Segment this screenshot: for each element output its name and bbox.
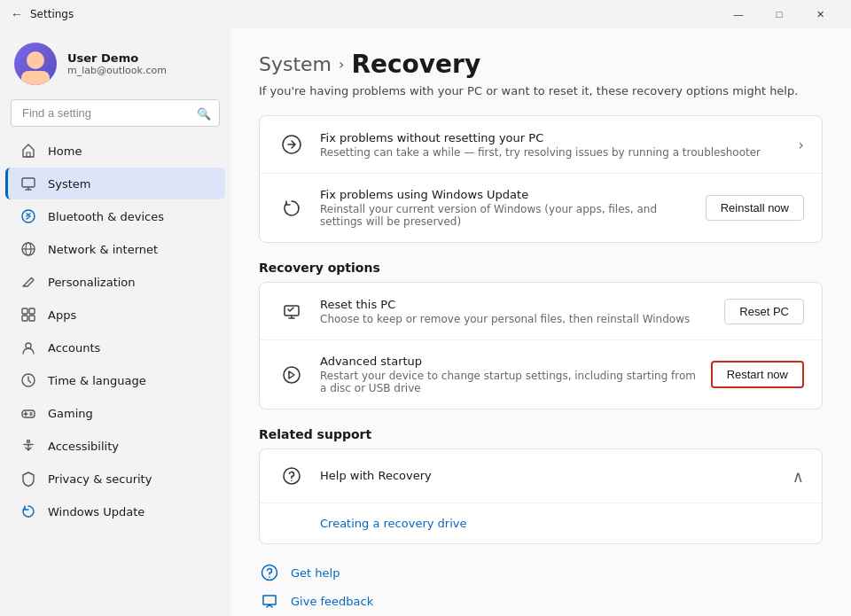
system-nav-icon — [20, 175, 37, 192]
help-header-left: Help with Recovery — [277, 462, 432, 490]
fix-reset-text: Fix problems without resetting your PC R… — [320, 131, 785, 159]
user-email: m_lab@outlook.com — [67, 65, 167, 76]
accessibility-nav-icon — [20, 437, 37, 455]
maximize-button[interactable]: □ — [759, 0, 800, 28]
time-nav-icon — [20, 371, 37, 389]
give-feedback-item: Give feedback — [259, 590, 823, 612]
personalization-nav-icon — [20, 273, 37, 291]
reset-pc-icon — [277, 297, 306, 325]
reinstall-now-button[interactable]: Reinstall now — [706, 195, 804, 221]
sidebar-item-gaming[interactable]: Gaming — [5, 397, 225, 429]
sidebar-item-label-bluetooth: Bluetooth & devices — [48, 210, 164, 223]
get-help-icon — [259, 562, 280, 583]
advanced-startup-title: Advanced startup — [320, 355, 697, 368]
svg-rect-8 — [29, 316, 35, 321]
sidebar-item-label-accessibility: Accessibility — [48, 440, 119, 453]
avatar — [14, 43, 57, 85]
advanced-startup-desc: Restart your device to change startup se… — [320, 370, 697, 394]
fix-reset-title: Fix problems without resetting your PC — [320, 131, 785, 144]
user-info: User Demo m_lab@outlook.com — [67, 51, 167, 76]
advanced-startup-text: Advanced startup Restart your device to … — [320, 355, 697, 394]
sidebar-item-home[interactable]: Home — [5, 135, 225, 167]
back-button[interactable]: ← — [11, 7, 23, 21]
sidebar-item-network[interactable]: Network & internet — [5, 233, 225, 265]
breadcrumb-parent: System — [259, 53, 332, 75]
update-nav-icon — [20, 503, 37, 520]
back-icon: ← — [11, 7, 23, 21]
sidebar-item-label-time: Time & language — [48, 374, 146, 387]
fix-update-icon — [277, 194, 306, 222]
avatar-inner — [14, 43, 57, 85]
sidebar-item-accessibility[interactable]: Accessibility — [5, 430, 225, 462]
sidebar-item-apps[interactable]: Apps — [5, 299, 225, 331]
svg-point-2 — [22, 210, 35, 222]
svg-point-15 — [284, 367, 300, 383]
sidebar-item-label-update: Windows Update — [48, 505, 144, 519]
fix-update-item: Fix problems using Windows Update Reinst… — [260, 174, 822, 242]
minimize-button[interactable]: — — [718, 0, 759, 28]
restart-now-button[interactable]: Restart now — [711, 361, 804, 388]
main-content: System › Recovery If you're having probl… — [230, 28, 851, 616]
svg-rect-6 — [29, 308, 35, 314]
fix-update-action[interactable]: Reinstall now — [706, 195, 804, 221]
sidebar-item-label-home: Home — [48, 144, 82, 158]
give-feedback-link[interactable]: Give feedback — [291, 595, 373, 608]
privacy-nav-icon — [20, 470, 37, 487]
svg-rect-0 — [27, 152, 30, 157]
creating-recovery-drive-link[interactable]: Creating a recovery drive — [320, 517, 466, 530]
svg-point-17 — [291, 480, 293, 482]
get-help-link[interactable]: Get help — [291, 566, 340, 580]
help-header: Help with Recovery ∧ — [260, 449, 822, 503]
search-input[interactable] — [11, 99, 220, 127]
breadcrumb-current: Recovery — [351, 50, 480, 79]
close-button[interactable]: ✕ — [800, 0, 840, 28]
sidebar-item-label-system: System — [48, 177, 90, 191]
app-body: User Demo m_lab@outlook.com 🔍 HomeSystem… — [0, 28, 851, 616]
gaming-nav-icon — [20, 404, 37, 422]
svg-rect-1 — [22, 178, 35, 187]
advanced-startup-action: Restart now — [711, 361, 804, 388]
home-nav-icon — [20, 142, 37, 160]
fix-reset-action: › — [799, 136, 804, 153]
advanced-startup-item: Advanced startup Restart your device to … — [260, 340, 822, 409]
avatar-head — [27, 51, 44, 69]
recovery-options-title: Recovery options — [259, 261, 823, 275]
sidebar-item-bluetooth[interactable]: Bluetooth & devices — [5, 200, 225, 232]
titlebar-left: ← Settings — [11, 7, 74, 21]
svg-rect-7 — [22, 316, 27, 321]
titlebar: ← Settings — □ ✕ — [0, 0, 851, 28]
sidebar-item-time[interactable]: Time & language — [5, 364, 225, 396]
recovery-options-card: Reset this PC Choose to keep or remove y… — [259, 282, 823, 409]
network-nav-icon — [20, 240, 37, 258]
get-help-item: Get help — [259, 562, 823, 583]
accounts-nav-icon — [20, 339, 37, 356]
sidebar-item-personalization[interactable]: Personalization — [5, 266, 225, 298]
reset-pc-title: Reset this PC — [320, 298, 710, 311]
sidebar-item-label-apps: Apps — [48, 308, 76, 322]
sidebar-item-accounts[interactable]: Accounts — [5, 331, 225, 363]
reset-pc-desc: Choose to keep or remove your personal f… — [320, 313, 710, 325]
search-box: 🔍 — [11, 99, 220, 127]
chevron-up-icon: ∧ — [792, 467, 804, 486]
user-profile: User Demo m_lab@outlook.com — [0, 28, 230, 96]
sidebar-item-system[interactable]: System — [5, 168, 225, 199]
related-support-title: Related support — [259, 427, 823, 441]
sidebar-item-label-gaming: Gaming — [48, 407, 93, 420]
sidebar-item-update[interactable]: Windows Update — [5, 495, 225, 527]
svg-point-12 — [27, 441, 30, 443]
user-name: User Demo — [67, 51, 167, 65]
reset-pc-action: Reset PC — [724, 299, 804, 324]
svg-point-19 — [269, 576, 270, 578]
svg-rect-14 — [285, 306, 299, 316]
sidebar-item-label-accounts: Accounts — [48, 341, 100, 355]
reset-pc-button[interactable]: Reset PC — [724, 299, 804, 324]
sidebar-item-privacy[interactable]: Privacy & security — [5, 463, 225, 495]
help-recovery-icon — [277, 462, 306, 490]
reset-pc-text: Reset this PC Choose to keep or remove y… — [320, 298, 710, 325]
fix-reset-desc: Resetting can take a while — first, try … — [320, 146, 785, 159]
sidebar-item-label-network: Network & internet — [48, 243, 158, 256]
fix-update-title: Fix problems using Windows Update — [320, 188, 691, 201]
sidebar-item-label-privacy: Privacy & security — [48, 472, 152, 486]
fix-reset-item: Fix problems without resetting your PC R… — [260, 116, 822, 174]
give-feedback-icon — [259, 590, 280, 612]
